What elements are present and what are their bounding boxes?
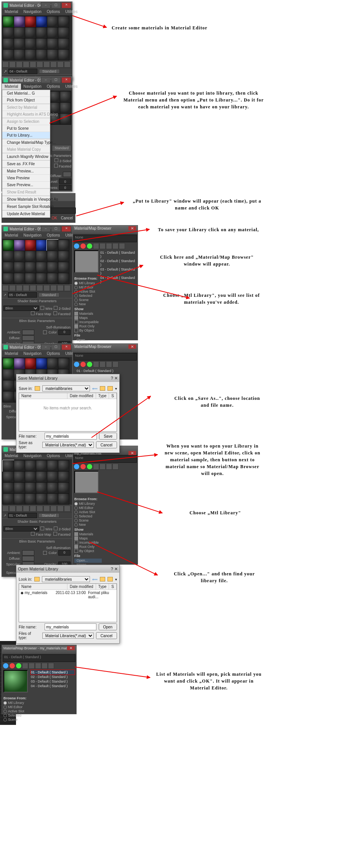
close-button[interactable]: ? ✕ <box>111 376 118 381</box>
min-button[interactable]: – <box>41 77 51 83</box>
view-icon[interactable] <box>74 243 80 249</box>
min-button[interactable]: – <box>41 344 51 350</box>
picker-icon[interactable]: ↗ <box>3 69 7 74</box>
close-button[interactable]: ✕ <box>61 226 71 232</box>
radio-new[interactable]: New <box>74 523 102 527</box>
slot[interactable] <box>36 16 47 27</box>
close-button[interactable]: ✕ <box>61 344 71 350</box>
max-button[interactable]: ▢ <box>51 344 61 350</box>
slot[interactable] <box>3 482 14 494</box>
checkbox[interactable] <box>43 551 47 555</box>
radio-active-slot[interactable]: Active Slot <box>74 510 102 514</box>
view-icon[interactable] <box>112 243 119 249</box>
check-incompatible[interactable]: Incompatible <box>74 541 102 545</box>
picker-icon[interactable]: ↗ <box>3 514 6 517</box>
color-swatch[interactable] <box>63 172 71 177</box>
menu-item[interactable]: Show End Result <box>2 189 50 196</box>
checkbox[interactable] <box>54 527 58 530</box>
material-list-item[interactable]: 02 - Default ( Standard ) <box>100 259 136 267</box>
radio-mtl-library[interactable]: Mtl Library <box>74 502 102 506</box>
slot[interactable] <box>14 251 25 262</box>
slot[interactable] <box>49 91 60 103</box>
menu-material[interactable]: Material <box>2 453 21 459</box>
material-type-button[interactable]: Standard <box>38 513 59 518</box>
slot[interactable] <box>47 493 58 505</box>
folder-select[interactable]: materiallibraries <box>42 576 90 582</box>
check-root-only[interactable]: Root Only <box>74 324 102 329</box>
checkbox[interactable] <box>54 306 58 310</box>
slot[interactable] <box>14 27 25 39</box>
menu-item[interactable]: Highlight Assets in ATS Dialog <box>2 111 50 118</box>
radio-scene[interactable]: Scene <box>3 718 31 722</box>
slot[interactable] <box>58 251 69 262</box>
menu-item[interactable]: Show Materials in Viewport As <box>2 196 50 203</box>
view-icon[interactable] <box>80 361 86 367</box>
slot[interactable] <box>58 471 69 483</box>
name-field[interactable]: None <box>74 353 137 361</box>
slot[interactable] <box>58 482 69 494</box>
radio-selected[interactable]: Selected <box>74 514 102 519</box>
view-icon[interactable] <box>16 663 22 669</box>
col-header[interactable]: Name <box>19 393 67 399</box>
slot[interactable] <box>47 240 58 251</box>
slot[interactable] <box>3 49 14 61</box>
filetype-select[interactable]: Material Libraries(*.mat) <box>42 442 94 448</box>
radio-active-slot[interactable]: Active Slot <box>3 709 31 713</box>
clear-icon[interactable] <box>106 464 112 470</box>
tool-button[interactable] <box>43 506 50 512</box>
slot[interactable] <box>25 358 36 369</box>
view-menu-icon[interactable]: ▾ <box>115 577 117 581</box>
slot[interactable] <box>25 460 36 472</box>
check-by-object[interactable]: By Object <box>74 549 102 553</box>
menu-navigation[interactable]: Navigation <box>21 453 44 459</box>
tool-button[interactable] <box>16 506 22 512</box>
material-name-input[interactable] <box>8 69 37 74</box>
slot[interactable] <box>25 38 36 50</box>
spinner[interactable]: 0 <box>58 550 71 556</box>
slot[interactable] <box>60 91 71 103</box>
slot[interactable] <box>47 27 58 39</box>
col-header[interactable]: Type <box>96 584 109 589</box>
close-button[interactable]: ✕ <box>61 77 71 83</box>
tool-button[interactable] <box>30 285 36 291</box>
min-button[interactable]: – <box>41 2 51 8</box>
checkbox[interactable] <box>40 527 44 530</box>
slot[interactable] <box>58 460 69 472</box>
back-icon[interactable]: ⟸ <box>92 577 98 581</box>
slot[interactable] <box>36 262 47 273</box>
menu-item[interactable]: Update Active Material <box>2 211 50 217</box>
tool-button[interactable] <box>2 506 9 512</box>
slot[interactable] <box>25 493 36 505</box>
col-header[interactable]: Date modified <box>67 584 96 589</box>
color-swatch[interactable] <box>22 330 34 335</box>
menu-options[interactable]: Options <box>44 9 63 15</box>
slot[interactable] <box>36 482 47 494</box>
checkbox[interactable] <box>31 532 35 536</box>
slot[interactable] <box>47 16 58 27</box>
list-icon[interactable] <box>99 243 106 249</box>
radio-scene[interactable]: Scene <box>74 519 102 523</box>
picker-icon[interactable]: ↗ <box>3 293 6 297</box>
view-icon[interactable] <box>80 243 86 249</box>
slot[interactable] <box>3 369 14 380</box>
slot[interactable] <box>47 251 58 262</box>
list-icon[interactable] <box>99 464 106 470</box>
slot[interactable] <box>58 240 69 251</box>
max-button[interactable]: ▢ <box>51 226 61 232</box>
cancel-button[interactable]: Cancel <box>61 216 73 220</box>
view-menu-icon[interactable]: ▾ <box>115 386 117 391</box>
slot[interactable] <box>3 38 14 50</box>
back-icon[interactable]: ⟸ <box>92 386 98 391</box>
tool-button[interactable] <box>9 506 16 512</box>
slot[interactable] <box>3 251 14 262</box>
slot[interactable] <box>60 102 71 114</box>
file-row[interactable]: ◆ my_materials 2011-02-13 13:00 Format p… <box>19 590 117 600</box>
slot[interactable] <box>47 358 58 369</box>
material-list-item[interactable]: 03 - Default ( Standard ) <box>31 679 75 684</box>
list-icon[interactable] <box>93 361 99 367</box>
menu-options[interactable]: Options <box>44 453 63 459</box>
menu-item[interactable]: View Preview <box>2 175 50 182</box>
tool-button[interactable] <box>43 61 50 68</box>
material-name-input[interactable] <box>8 292 37 298</box>
tool-button[interactable] <box>23 61 29 68</box>
